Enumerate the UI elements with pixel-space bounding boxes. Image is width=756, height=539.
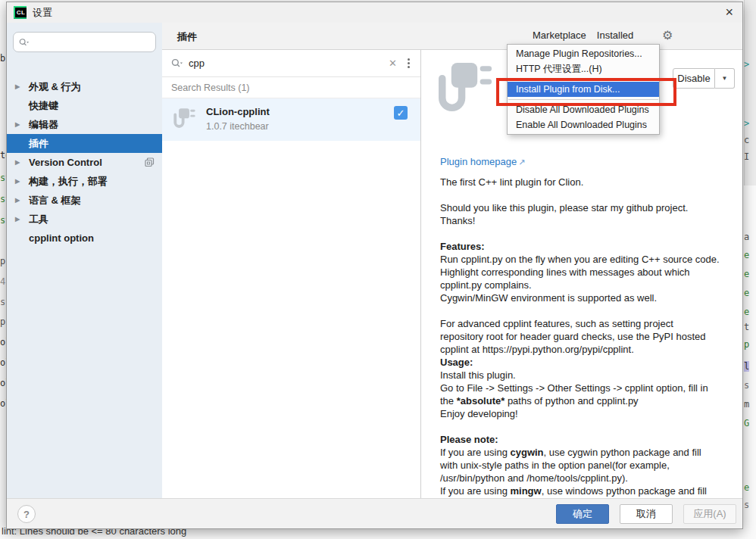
sidebar-item-label: 外观 & 行为 xyxy=(29,80,81,94)
plugin-search-row[interactable]: ✕ xyxy=(162,50,420,77)
close-icon[interactable]: × xyxy=(725,3,733,21)
sidebar-item--[interactable]: 插件 xyxy=(7,134,162,153)
clion-logo-icon: CL xyxy=(14,6,27,19)
clear-search-icon[interactable]: ✕ xyxy=(389,58,397,69)
description-line: Install this plugin. xyxy=(440,369,756,382)
sidebar-item-label: 工具 xyxy=(29,213,48,226)
expand-arrow-icon[interactable]: ▶ xyxy=(15,83,29,90)
more-options-icon[interactable] xyxy=(406,57,411,70)
disable-dropdown-arrow-icon[interactable]: ▼ xyxy=(715,68,735,89)
description-line: Enjoy developing! xyxy=(440,407,756,420)
settings-search-box[interactable] xyxy=(13,32,156,52)
sidebar-item-label: 快捷键 xyxy=(29,99,58,113)
menu-item-enable-all-downloaded-plugins[interactable]: Enable All Downloaded Plugins xyxy=(508,117,659,132)
description-line: The first C++ lint plugin for Clion. xyxy=(440,176,756,188)
description-line: If you are using mingw, use windows pyth… xyxy=(440,484,756,497)
background-code-fragment: I xyxy=(744,151,749,162)
title-bar: CL 设置 × xyxy=(7,2,742,23)
search-icon xyxy=(171,58,183,68)
description-line: For advanced cpplint features, such as s… xyxy=(440,317,756,330)
dialog-footer: ? 确定 取消 应用(A) xyxy=(7,498,742,528)
menu-separator xyxy=(508,99,658,100)
description-line: Cygwin/MinGW environment is supported as… xyxy=(440,291,756,304)
plugin-icon xyxy=(170,105,198,134)
expand-arrow-icon[interactable]: ▶ xyxy=(15,216,29,223)
search-icon xyxy=(19,38,29,47)
background-code-fragment: c xyxy=(744,135,749,145)
background-code-fragment: p xyxy=(0,256,5,266)
expand-arrow-icon[interactable]: ▶ xyxy=(15,121,29,128)
sidebar-item-label: 插件 xyxy=(29,137,48,151)
background-code-fragment: > xyxy=(744,59,749,70)
plugin-enabled-checkbox[interactable]: ✓ xyxy=(394,106,408,120)
description-line: If you are using cygwin, use cygwin pyth… xyxy=(440,446,756,459)
settings-tree: ▶外观 & 行为快捷键▶编辑器插件▶Version Control▶构建，执行，… xyxy=(7,77,162,248)
sidebar-item-label: cpplint option xyxy=(29,232,94,244)
plugin-version-vendor: 1.0.7 itechbear xyxy=(206,121,269,132)
cancel-button[interactable]: 取消 xyxy=(620,504,673,524)
description-line: Features: xyxy=(440,240,756,253)
description-line: repository root for header guard checks,… xyxy=(440,330,756,343)
background-code-fragment: s xyxy=(0,297,5,307)
background-code-fragment: > xyxy=(744,118,749,129)
menu-item-install-plugin-from-disk[interactable]: Install Plugin from Disk... xyxy=(508,82,659,97)
description-line: /usr/bin/python and /home/tools/cpplint.… xyxy=(440,472,756,484)
help-button[interactable]: ? xyxy=(17,505,36,523)
background-code-fragment: 4 xyxy=(0,276,5,287)
search-results-header: Search Results (1) xyxy=(162,77,420,98)
description-line: Should you like this plugin, please star… xyxy=(440,201,756,214)
disable-button[interactable]: Disable xyxy=(673,68,715,89)
disable-split-button: Disable ▼ xyxy=(673,68,735,89)
background-code-fragment: p xyxy=(0,316,5,327)
sidebar-item--[interactable]: ▶语言 & 框架 xyxy=(7,191,162,210)
plugin-homepage-link[interactable]: Plugin homepage↗ xyxy=(440,156,525,167)
description-line: Usage: xyxy=(440,356,756,369)
description-line: Highlight corresponding lines with messa… xyxy=(440,266,756,279)
external-link-icon: ↗ xyxy=(518,157,525,167)
gear-icon[interactable]: ⚙ xyxy=(662,28,673,42)
sidebar-item--[interactable]: ▶编辑器 xyxy=(7,115,162,134)
expand-arrow-icon[interactable]: ▶ xyxy=(15,197,29,204)
sidebar-item--[interactable]: ▶工具 xyxy=(7,210,162,229)
sidebar-item-cpplint-option[interactable]: cpplint option xyxy=(7,229,162,248)
expand-arrow-icon[interactable]: ▶ xyxy=(15,178,29,185)
menu-item-manage-plugin-repositories[interactable]: Manage Plugin Repositories... xyxy=(508,46,659,61)
description-line: cpplint at https://pypi.python.org/pypi/… xyxy=(440,343,756,356)
description-line: with unix-style paths in the option pane… xyxy=(440,459,756,472)
settings-search-input[interactable] xyxy=(33,37,150,48)
background-code-fragment: s xyxy=(744,500,749,510)
menu-separator xyxy=(508,79,658,79)
menu-item-disable-all-downloaded-plugins[interactable]: Disable All Downloaded Plugins xyxy=(508,102,659,117)
description-line: the *absolute* paths of python and cppli… xyxy=(440,394,756,407)
description-line: Go to File -> Settings -> Other Settings… xyxy=(440,382,756,394)
plugin-list-pane: ✕ Search Results (1) CLion-cpplint1.0.7 … xyxy=(162,50,421,498)
sidebar-item-label: 语言 & 框架 xyxy=(29,194,81,207)
expand-arrow-icon[interactable]: ▶ xyxy=(15,159,29,166)
menu-item-http-h[interactable]: HTTP 代理设置...(H) xyxy=(508,61,659,76)
sidebar-item--[interactable]: 快捷键 xyxy=(7,96,162,115)
background-code-fragment: b xyxy=(0,53,5,64)
description-line: Please note: xyxy=(440,433,756,446)
plugin-description: The first C++ lint plugin for Clion.Shou… xyxy=(440,176,756,497)
apply-button: 应用(A) xyxy=(683,504,736,524)
description-line: cpplint.py complains. xyxy=(440,279,756,291)
page-title: 插件 xyxy=(177,30,197,44)
sidebar-item-label: 编辑器 xyxy=(29,118,58,132)
sidebar-item-version-control[interactable]: ▶Version Control xyxy=(7,153,162,172)
settings-dialog: CL 设置 × ▶外观 & 行为快捷键▶编辑器插件▶Version Contro… xyxy=(6,2,743,529)
gear-dropdown-menu: Manage Plugin Repositories...HTTP 代理设置..… xyxy=(507,44,660,135)
description-line: Run cpplint.py on the fly when you are e… xyxy=(440,253,756,266)
plugin-list-item[interactable]: CLion-cpplint1.0.7 itechbear✓ xyxy=(162,98,420,141)
sidebar-item-label: 构建，执行，部署 xyxy=(29,175,108,188)
plugin-name: CLion-cpplint xyxy=(206,106,270,117)
plugin-search-input[interactable] xyxy=(189,58,389,69)
sidebar-item--[interactable]: ▶外观 & 行为 xyxy=(7,77,162,96)
settings-sidebar: ▶外观 & 行为快捷键▶编辑器插件▶Version Control▶构建，执行，… xyxy=(7,23,162,498)
window-title: 设置 xyxy=(33,6,52,20)
sidebar-item--[interactable]: ▶构建，执行，部署 xyxy=(7,172,162,191)
plugin-icon xyxy=(432,55,497,127)
sidebar-item-label: Version Control xyxy=(29,157,102,168)
copy-icon xyxy=(145,157,155,170)
ok-button[interactable]: 确定 xyxy=(556,504,609,524)
description-line: Thanks! xyxy=(440,214,756,227)
